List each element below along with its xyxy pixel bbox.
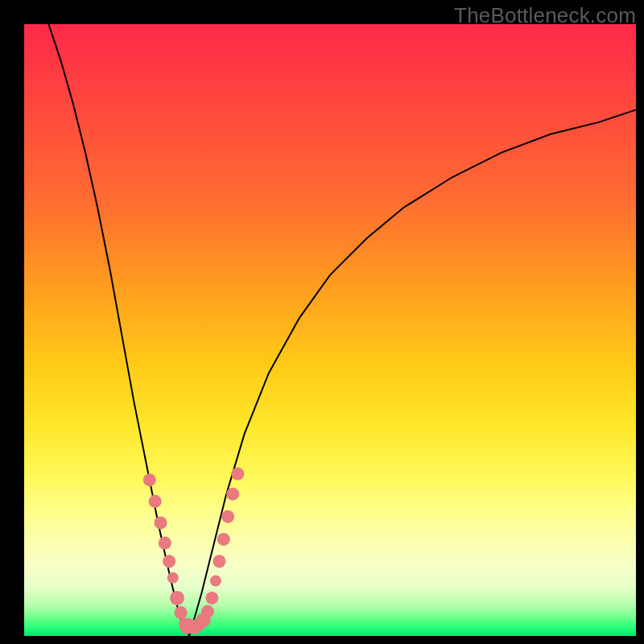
scatter-dot [210, 576, 221, 587]
scatter-dot [154, 516, 167, 529]
scatter-dot [226, 488, 239, 501]
bottleneck-curve [48, 24, 636, 636]
scatter-dot [163, 555, 175, 568]
plot-area [24, 24, 636, 636]
scatter-dot [167, 572, 179, 584]
scatter-dot [159, 536, 171, 549]
scatter-dots [143, 468, 244, 634]
curve-svg [24, 24, 636, 636]
scatter-dot [231, 468, 244, 481]
scatter-dot [213, 555, 225, 568]
scatter-dot [175, 606, 188, 619]
scatter-dot [205, 592, 218, 605]
scatter-dot [149, 495, 162, 508]
scatter-dot [201, 605, 214, 618]
watermark-text: TheBottleneck.com [454, 3, 636, 28]
scatter-dot [221, 510, 234, 523]
scatter-dot [170, 591, 184, 605]
scatter-dot [143, 473, 156, 486]
curve-right-branch [189, 109, 636, 636]
chart-frame: TheBottleneck.com [0, 0, 644, 644]
scatter-dot [217, 533, 230, 546]
